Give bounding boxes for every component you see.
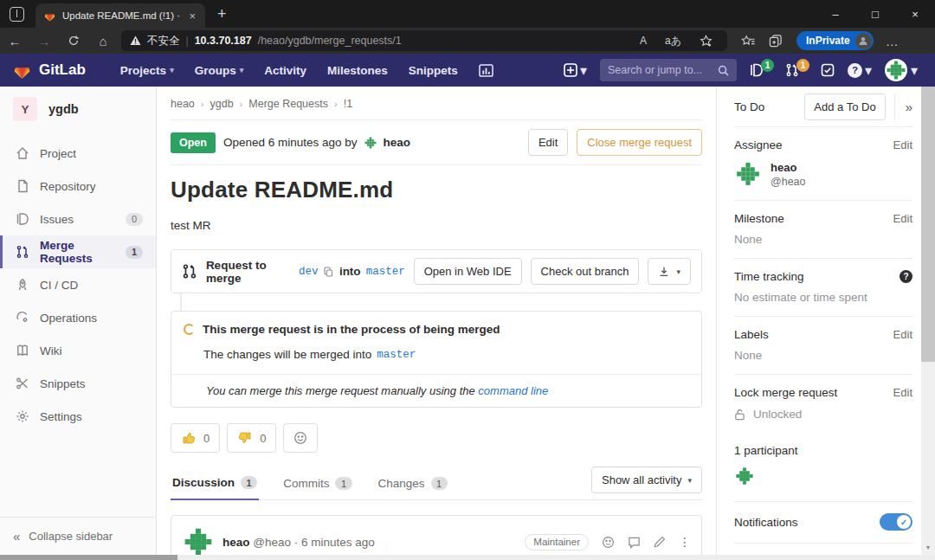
edit-pencil-icon[interactable]	[654, 536, 666, 548]
window-maximize-icon[interactable]: □	[855, 0, 895, 28]
milestone-edit-link[interactable]: Edit	[893, 212, 912, 225]
gitlab-nav-right: ▾ Search or jump to... 1 1 ? ▾	[564, 59, 918, 81]
breadcrumb-mr-id[interactable]: !1	[344, 98, 352, 110]
inprivate-badge[interactable]: InPrivate	[796, 31, 874, 50]
sidebar-item-merge-requests[interactable]: Merge Requests 1	[0, 235, 156, 268]
help-menu-button[interactable]: ? ▾	[848, 62, 872, 79]
tab-changes[interactable]: Changes1	[377, 468, 449, 499]
new-menu-button[interactable]: ▾	[564, 62, 587, 79]
nav-groups[interactable]: Groups▾	[195, 64, 244, 77]
breadcrumb-group[interactable]: heao	[171, 98, 195, 110]
horizontal-scrollbar-thumb[interactable]	[0, 555, 177, 560]
show-all-activity-button[interactable]: Show all activity ▾	[591, 467, 702, 493]
sidebar-item-cicd[interactable]: CI / CD	[0, 268, 156, 301]
sidebar-item-settings[interactable]: Settings	[0, 400, 156, 433]
todos-shortcut-button[interactable]	[821, 63, 835, 77]
command-line-link[interactable]: command line	[478, 384, 548, 397]
sidebar-item-wiki[interactable]: Wiki	[0, 334, 156, 367]
add-todo-button[interactable]: Add a To Do	[804, 93, 885, 120]
sidebar-item-repository[interactable]: Repository	[0, 170, 156, 203]
url-divider: |	[186, 35, 189, 47]
collections-icon[interactable]	[769, 35, 783, 48]
vertical-scrollbar-thumb[interactable]	[921, 87, 935, 362]
collapse-right-icon[interactable]: »	[894, 94, 912, 119]
browser-tab[interactable]: Update README.md (!1) · Merge ×	[35, 3, 205, 28]
comment-card: heao @heao · 6 minutes ago Maintainer ⋮ …	[171, 515, 702, 555]
target-branch-link[interactable]: master	[366, 266, 405, 278]
assignee-edit-link[interactable]: Edit	[893, 138, 912, 151]
sidebar-item-operations[interactable]: Operations	[0, 301, 156, 334]
nav-activity[interactable]: Activity	[264, 64, 306, 77]
thumbs-down-button[interactable]: 0	[227, 423, 276, 453]
gitlab-brand-name: GitLab	[39, 61, 86, 79]
thumbs-up-button[interactable]: 0	[171, 423, 220, 453]
role-badge: Maintainer	[525, 534, 589, 550]
comment-author-name[interactable]: heao	[222, 536, 250, 549]
project-name: ygdb	[48, 102, 79, 116]
participant-avatar[interactable]	[734, 466, 755, 486]
tab-close-icon[interactable]: ×	[187, 10, 197, 22]
read-aloud-icon[interactable]: A	[634, 35, 653, 47]
chart-icon[interactable]	[479, 64, 493, 77]
issues-shortcut-button[interactable]: 1	[750, 63, 772, 77]
nav-snippets[interactable]: Snippets	[409, 64, 458, 77]
sidebar-item-issues[interactable]: Issues 0	[0, 203, 156, 235]
window-close-icon[interactable]: ×	[895, 0, 935, 28]
help-icon[interactable]: ?	[900, 270, 912, 283]
help-icon: ?	[848, 63, 862, 78]
merge-requests-shortcut-button[interactable]: 1	[785, 63, 808, 77]
tab-actions-menu-icon[interactable]	[10, 7, 24, 22]
target-branch-link[interactable]: master	[377, 349, 416, 361]
user-menu-button[interactable]: ▾	[885, 59, 918, 81]
breadcrumb-project[interactable]: ygdb	[210, 98, 233, 110]
user-avatar	[885, 59, 907, 81]
issues-count: 0	[126, 213, 143, 226]
search-input[interactable]: Search or jump to...	[600, 59, 737, 81]
nav-projects[interactable]: Projects▾	[120, 64, 174, 77]
download-dropdown-button[interactable]: ▾	[648, 258, 691, 285]
copy-icon[interactable]	[323, 266, 333, 278]
breadcrumb-merge-requests[interactable]: Merge Requests	[248, 98, 328, 110]
tab-commits[interactable]: Commits1	[281, 468, 353, 499]
browser-menu-icon[interactable]: …	[886, 34, 900, 48]
status-badge: Open	[171, 132, 216, 153]
vertical-scrollbar[interactable]: ▾	[921, 87, 935, 555]
main-content: heao › ygdb › Merge Requests › !1 Open O…	[157, 87, 716, 555]
notifications-toggle[interactable]: ✓	[880, 513, 912, 531]
favorites-bar-icon[interactable]	[741, 35, 755, 48]
close-merge-request-button[interactable]: Close merge request	[577, 129, 702, 156]
more-actions-icon[interactable]: ⋮	[679, 535, 691, 549]
add-favorite-icon[interactable]	[693, 35, 719, 47]
horizontal-scrollbar[interactable]	[0, 555, 935, 560]
comment-bubble-icon[interactable]	[628, 536, 641, 549]
lock-edit-link[interactable]: Edit	[893, 386, 912, 399]
author-name[interactable]: heao	[384, 136, 411, 149]
window-minimize-icon[interactable]: –	[816, 0, 855, 28]
edit-button[interactable]: Edit	[528, 129, 568, 156]
address-bar[interactable]: 不安全 | 10.3.70.187/heao/ygdb/merge_reques…	[121, 30, 727, 51]
security-status-label[interactable]: 不安全	[147, 34, 180, 48]
add-reaction-icon[interactable]	[602, 536, 615, 549]
collapse-sidebar-button[interactable]: « Collapse sidebar	[0, 517, 156, 555]
add-emoji-button[interactable]	[283, 423, 318, 453]
sidebar-item-snippets[interactable]: Snippets	[0, 367, 156, 400]
source-branch-link[interactable]: dev	[299, 266, 319, 278]
back-icon[interactable]: ←	[0, 34, 29, 48]
forward-icon[interactable]: →	[29, 34, 59, 48]
new-tab-button[interactable]: +	[217, 5, 227, 23]
translate-icon[interactable]: aあ	[659, 34, 687, 48]
project-header[interactable]: Y ygdb	[0, 87, 156, 130]
nav-milestones[interactable]: Milestones	[327, 64, 388, 77]
open-web-ide-button[interactable]: Open in Web IDE	[414, 258, 522, 285]
tab-discussion[interactable]: Discussion1	[171, 467, 259, 500]
labels-edit-link[interactable]: Edit	[893, 328, 912, 341]
sidebar-item-project[interactable]: Project	[0, 137, 156, 170]
checkout-branch-button[interactable]: Check out branch	[531, 258, 640, 285]
project-avatar: Y	[13, 97, 37, 121]
scroll-down-arrow-icon[interactable]: ▾	[921, 544, 935, 551]
assignee-user[interactable]: heao @heao	[734, 160, 912, 188]
inprivate-label: InPrivate	[806, 35, 850, 47]
refresh-icon[interactable]	[59, 35, 88, 47]
home-icon[interactable]: ⌂	[88, 34, 118, 48]
gitlab-brand[interactable]: GitLab	[12, 61, 86, 80]
